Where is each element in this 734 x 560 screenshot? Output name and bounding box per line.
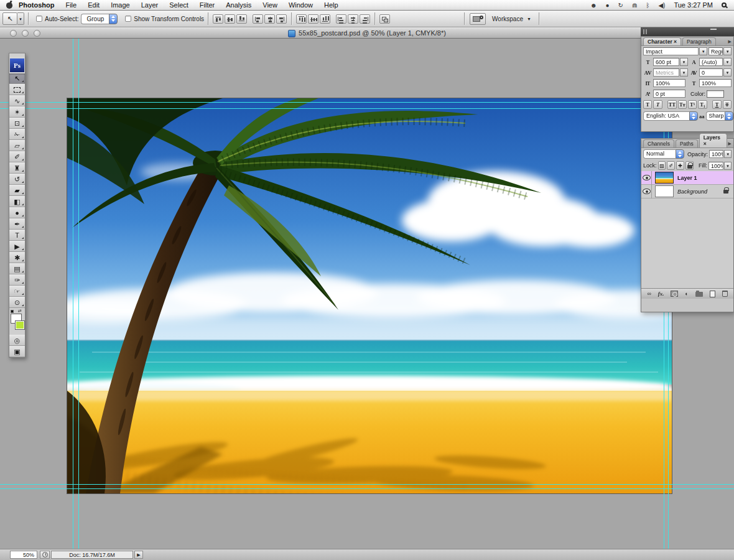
- lock-transparency-button[interactable]: ▨: [658, 161, 666, 170]
- background-thumbnail[interactable]: [655, 185, 674, 197]
- distribute-horizontal-centers-button[interactable]: [348, 14, 358, 24]
- layer-visibility-toggle[interactable]: [641, 171, 652, 185]
- lock-pixels-button[interactable]: ✐: [667, 161, 675, 170]
- gradient-tool[interactable]: ◧: [9, 196, 25, 207]
- font-style-dropdown[interactable]: ▼: [723, 47, 732, 55]
- apple-icon[interactable]: [6, 1, 13, 9]
- notes-tool[interactable]: ▤: [9, 263, 25, 274]
- superscript-button[interactable]: T¹: [688, 100, 697, 109]
- status-flyout-button[interactable]: ▶: [134, 551, 143, 559]
- guide-horizontal-top-inner[interactable]: [0, 108, 734, 109]
- tab-character[interactable]: Character ×: [643, 37, 681, 45]
- menu-filter[interactable]: Filter: [194, 1, 220, 9]
- history-brush-tool[interactable]: ↺: [9, 174, 25, 185]
- layer-row-background[interactable]: Background: [641, 185, 733, 198]
- anti-alias-dropdown[interactable]: Sharp: [706, 111, 733, 121]
- version-cue-button[interactable]: [40, 551, 50, 559]
- guide-horizontal-bottom-outer[interactable]: [0, 488, 734, 489]
- tracking-field[interactable]: 0: [699, 68, 723, 77]
- menu-image[interactable]: Image: [105, 1, 136, 9]
- fill-dropdown[interactable]: ▼: [724, 162, 732, 170]
- quick-mask-button[interactable]: ◎: [9, 335, 25, 346]
- lock-position-button[interactable]: ✚: [676, 161, 684, 170]
- all-caps-button[interactable]: TT: [667, 100, 676, 109]
- show-transform-checkbox[interactable]: [125, 16, 131, 22]
- move-tool[interactable]: ↖: [9, 73, 25, 84]
- menu-window[interactable]: Window: [283, 1, 318, 9]
- layer-row-layer1[interactable]: Layer 1: [641, 171, 733, 185]
- lock-all-button[interactable]: [685, 161, 694, 170]
- palette-grip[interactable]: [9, 54, 25, 58]
- layer-name[interactable]: Layer 1: [677, 175, 697, 181]
- hand-tool[interactable]: ☞: [9, 286, 25, 297]
- tracking-dropdown[interactable]: ▼: [723, 68, 732, 77]
- status-menu-icon-1[interactable]: ☻: [590, 1, 597, 10]
- pen-tool[interactable]: ✒: [9, 218, 25, 230]
- dock-minimize-icon[interactable]: [710, 29, 717, 30]
- background-color-swatch[interactable]: [15, 320, 25, 330]
- align-top-edges-button[interactable]: [213, 14, 223, 24]
- go-to-bridge-button[interactable]: [470, 13, 486, 25]
- close-window-button[interactable]: [10, 30, 17, 37]
- swap-colors-icon[interactable]: ⇄: [18, 309, 22, 314]
- auto-select-checkbox[interactable]: [36, 16, 42, 22]
- opacity-dropdown[interactable]: ▼: [724, 150, 732, 158]
- bluetooth-icon[interactable]: ᛒ: [646, 1, 649, 10]
- tab-paths[interactable]: Paths: [676, 139, 698, 147]
- canvas-area[interactable]: [0, 39, 734, 549]
- dock-grip[interactable]: [643, 29, 644, 34]
- zoom-window-button[interactable]: [34, 30, 40, 37]
- screen-mode-button[interactable]: ▣: [9, 346, 25, 357]
- align-vertical-centers-button[interactable]: [225, 14, 235, 24]
- type-tool[interactable]: T: [9, 230, 25, 241]
- menu-layer[interactable]: Layer: [136, 1, 164, 9]
- new-layer-button[interactable]: [710, 291, 715, 297]
- leading-dropdown[interactable]: ▼: [723, 58, 732, 66]
- menu-file[interactable]: File: [60, 1, 82, 9]
- subscript-button[interactable]: T₁: [698, 100, 707, 109]
- language-dropdown[interactable]: English: USA: [643, 111, 698, 121]
- menu-view[interactable]: View: [257, 1, 283, 9]
- font-family-field[interactable]: Impact: [643, 47, 699, 55]
- delete-layer-button[interactable]: [722, 291, 728, 297]
- menu-edit[interactable]: Edit: [82, 1, 105, 9]
- panel-dock-header[interactable]: [641, 27, 734, 36]
- kerning-field[interactable]: Metrics: [653, 68, 679, 77]
- align-horizontal-centers-button[interactable]: [264, 14, 275, 24]
- tab-paragraph[interactable]: Paragraph: [682, 37, 716, 45]
- add-layer-mask-button[interactable]: [671, 291, 678, 297]
- font-family-dropdown[interactable]: ▼: [699, 47, 707, 55]
- workspace-dropdown-arrow[interactable]: ▼: [527, 17, 531, 21]
- tab-layers[interactable]: Layers ×: [699, 133, 727, 147]
- healing-brush-tool[interactable]: ▱: [9, 140, 25, 151]
- tab-channels[interactable]: Channels: [643, 139, 674, 147]
- leading-field[interactable]: (Auto): [699, 58, 723, 66]
- zoom-tool[interactable]: ⊙: [9, 297, 25, 308]
- vertical-scale-field[interactable]: 100%: [653, 79, 685, 87]
- binoculars-icon[interactable]: ⋒: [632, 1, 637, 10]
- document-size-info[interactable]: Doc: 16.7M/17.6M: [51, 551, 133, 559]
- baseline-shift-field[interactable]: 0 pt: [653, 90, 685, 98]
- volume-icon[interactable]: ◀): [658, 1, 665, 10]
- opacity-field[interactable]: 100%: [709, 150, 723, 158]
- new-group-button[interactable]: [695, 292, 703, 297]
- panel-menu-icon[interactable]: ▶: [728, 39, 732, 44]
- tool-preset-arrow[interactable]: ▼: [17, 12, 24, 25]
- panel-menu-icon[interactable]: ▶: [728, 141, 732, 146]
- slice-tool[interactable]: ✁: [9, 129, 25, 140]
- auto-align-layers-button[interactable]: [379, 14, 390, 24]
- layer-visibility-toggle[interactable]: [641, 185, 652, 198]
- align-bottom-edges-button[interactable]: [236, 14, 247, 24]
- distribute-top-edges-button[interactable]: [296, 14, 307, 24]
- menu-clock[interactable]: Tue 3:27 PM: [674, 1, 713, 9]
- default-colors-icon[interactable]: [11, 310, 14, 313]
- distribute-bottom-edges-button[interactable]: [320, 14, 330, 24]
- status-menu-icon-2[interactable]: ●: [606, 1, 610, 10]
- magic-wand-tool[interactable]: ✶: [9, 106, 25, 118]
- strikethrough-button[interactable]: Ŧ: [723, 100, 732, 109]
- small-caps-button[interactable]: Tт: [678, 100, 687, 109]
- menu-photoshop[interactable]: Photoshop: [13, 1, 60, 9]
- guide-horizontal-top-outer[interactable]: [0, 102, 734, 103]
- guide-vertical-left-inner[interactable]: [78, 39, 79, 549]
- guide-vertical-left-outer[interactable]: [73, 39, 73, 549]
